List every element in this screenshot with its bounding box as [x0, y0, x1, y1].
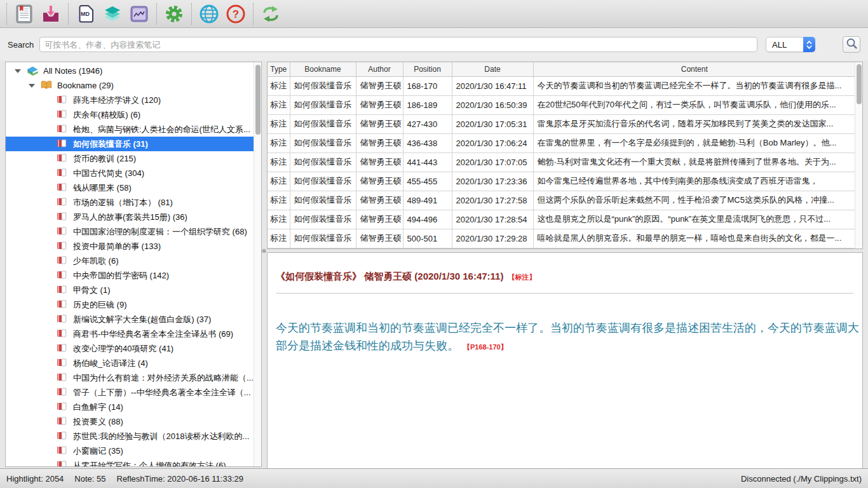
note-detail-pane: 《如何假装懂音乐》 储智勇王硕 (2020/1/30 16:47:11)【标注】…: [267, 252, 863, 488]
tree-item-label: 白鱼解字 (14): [73, 402, 123, 413]
detail-body-text: 今天的节奏蓝调和当初的节奏蓝调已经完全不一样了。当初的节奏蓝调有很多是描述困苦生…: [276, 322, 859, 352]
disclosure-triangle-icon[interactable]: [15, 69, 21, 73]
tree-item-book[interactable]: 管子（上下册）--中华经典名著全本全注全译（...: [6, 385, 261, 400]
tree-item-book[interactable]: 薛兆丰经济学讲义 (120): [6, 93, 261, 107]
sidebar-scrollbar-thumb[interactable]: [255, 65, 261, 135]
cell-date: 2020/1/30 17:05:31: [452, 114, 533, 133]
sidebar-scrollbar[interactable]: [254, 62, 261, 466]
settings-button[interactable]: [161, 2, 187, 26]
cell-position: 427-430: [403, 114, 452, 133]
tree-item-book[interactable]: 市场的逻辑（增订本） (81): [6, 195, 261, 210]
table-row[interactable]: 标注 如何假装懂音乐 储智勇王硕 186-189 2020/1/30 16:50…: [268, 95, 855, 114]
column-header-position[interactable]: Position: [403, 62, 452, 76]
search-button[interactable]: [843, 36, 860, 53]
column-header-type[interactable]: Type: [268, 62, 290, 76]
table-row[interactable]: 标注 如何假装懂音乐 储智勇王硕 494-496 2020/1/30 17:28…: [268, 210, 855, 229]
tree-item-label: 新编说文解字大全集(超值白金版) (37): [73, 314, 211, 325]
cell-bookname: 如何假装懂音乐: [290, 191, 356, 210]
book-icon: [57, 387, 69, 398]
tree-item-book[interactable]: 投资要义 (88): [6, 414, 261, 429]
book-icon: [57, 445, 69, 456]
book-icon: [57, 197, 69, 208]
chart-button[interactable]: [126, 2, 153, 26]
table-scrollbar-thumb[interactable]: [857, 64, 862, 104]
notes-table: Type Bookname Author Position Date Conte…: [268, 62, 855, 248]
book-icon: [57, 153, 69, 164]
notes-document-button[interactable]: [11, 2, 37, 26]
table-row[interactable]: 标注 如何假装懂音乐 储智勇王硕 436-438 2020/1/30 17:06…: [268, 133, 855, 152]
splitter-grip[interactable]: [262, 248, 266, 253]
tree-item-label: 苏世民:我的经验与教训（2018读桥水达利欧的...: [73, 431, 249, 442]
tree-item-book[interactable]: 货币的教训 (215): [6, 151, 261, 166]
tree-item-book[interactable]: 钱从哪里来 (58): [6, 180, 261, 195]
tree-item-book[interactable]: 如何假装懂音乐 (31): [6, 137, 261, 151]
tree-item-book[interactable]: 罗马人的故事(套装共15册) (36): [6, 210, 261, 224]
tree-item-book[interactable]: 改变心理学的40项研究 (41): [6, 341, 261, 356]
tree-item-book[interactable]: 投资中最简单的事 (133): [6, 239, 261, 254]
tree-item-book[interactable]: 杨伯峻_论语译注 (4): [6, 356, 261, 370]
column-header-author[interactable]: Author: [356, 62, 403, 76]
globe-icon: [199, 4, 219, 24]
tree-item-book[interactable]: 中国为什么有前途：对外经济关系的战略潜能（...: [6, 370, 261, 385]
column-header-content[interactable]: Content: [533, 62, 855, 76]
table-row[interactable]: 标注 如何假装懂音乐 储智勇王硕 441-443 2020/1/30 17:07…: [268, 152, 855, 172]
tree-item-book[interactable]: 甲骨文 (1): [6, 283, 261, 297]
website-button[interactable]: [196, 2, 222, 26]
tree-item-book[interactable]: 商君书-中华经典名著全本全注全译丛书 (69): [6, 327, 261, 341]
cell-type: 标注: [268, 114, 290, 133]
table-row[interactable]: 标注 如何假装懂音乐 储智勇王硕 455-455 2020/1/30 17:23…: [268, 172, 855, 191]
filter-dropdown[interactable]: ALL: [766, 37, 815, 52]
cell-position: 186-189: [403, 95, 452, 114]
tree-item-book[interactable]: 苏世民:我的经验与教训（2018读桥水达利欧的...: [6, 429, 261, 444]
tree-item-label: Bookname (29): [57, 81, 114, 90]
detail-divider: [276, 293, 853, 294]
toolbar-separator: [6, 3, 7, 25]
help-button[interactable]: ?: [222, 2, 249, 26]
refresh-button[interactable]: [257, 2, 284, 26]
cell-type: 标注: [268, 229, 290, 248]
tree-item-book[interactable]: 中央帝国的哲学密码 (142): [6, 268, 261, 283]
tree-item-book[interactable]: 小窗幽记 (35): [6, 444, 261, 458]
tree-item-label: 如何假装懂音乐 (31): [73, 139, 148, 150]
toolbar-separator: [156, 3, 157, 25]
markdown-export-button[interactable]: MD: [72, 2, 99, 26]
table-row[interactable]: 标注 如何假装懂音乐 储智勇王硕 500-501 2020/1/30 17:29…: [268, 229, 855, 248]
tree-item-book[interactable]: 枪炮、病菌与钢铁:人类社会的命运(世纪人文系...: [6, 122, 261, 137]
cell-position: 436-438: [403, 133, 452, 152]
tree-item-book[interactable]: 从零开始学写作：个人增值的有效方法 (6): [6, 458, 261, 467]
cell-bookname: 如何假装懂音乐: [290, 95, 356, 114]
tree-item-book[interactable]: 中国古代简史 (304): [6, 166, 261, 180]
layers-button[interactable]: [99, 2, 126, 26]
tree-item-book[interactable]: 新编说文解字大全集(超值白金版) (37): [6, 312, 261, 327]
tree-item-book[interactable]: 少年凯歌 (6): [6, 254, 261, 268]
tree-item-label: 甲骨文 (1): [73, 285, 111, 296]
detail-title: 《如何假装懂音乐》 储智勇王硕 (2020/1/30 16:47:11): [276, 271, 503, 281]
book-icon: [57, 372, 69, 383]
tree-item-all-notes[interactable]: All Notes (1946): [6, 64, 261, 78]
cell-content: 在20世纪50年代到70年代之间，有过一类乐队，叫节奏蓝调乐队，他们使用的乐..…: [533, 95, 855, 114]
table-row[interactable]: 标注 如何假装懂音乐 储智勇王硕 168-170 2020/1/30 16:47…: [268, 76, 855, 95]
column-header-bookname[interactable]: Bookname: [290, 62, 356, 76]
tree-item-book[interactable]: 历史的巨镜 (9): [6, 297, 261, 312]
tree-item-book[interactable]: 庆余年(精校版) (6): [6, 107, 261, 122]
table-scrollbar[interactable]: [855, 62, 862, 248]
cell-author: 储智勇王硕: [356, 133, 403, 152]
column-header-date[interactable]: Date: [452, 62, 533, 76]
tree-item-label: 少年凯歌 (6): [73, 255, 119, 267]
table-row[interactable]: 标注 如何假装懂音乐 储智勇王硕 427-430 2020/1/30 17:05…: [268, 114, 855, 133]
table-row[interactable]: 标注 如何假装懂音乐 储智勇王硕 489-491 2020/1/30 17:27…: [268, 191, 855, 210]
tree-item-label: 货币的教训 (215): [73, 153, 136, 165]
svg-text:?: ?: [233, 8, 239, 20]
disclosure-triangle-icon[interactable]: [29, 84, 35, 88]
book-icon: [57, 431, 69, 442]
tree-item-bookname[interactable]: Bookname (29): [6, 78, 261, 93]
filter-dropdown-value: ALL: [766, 40, 803, 50]
tree-item-book[interactable]: 中国国家治理的制度逻辑：一个组织学研究 (68): [6, 224, 261, 239]
layers-icon: [103, 4, 122, 24]
search-bar: Search ALL: [0, 29, 868, 60]
import-clippings-button[interactable]: [37, 2, 64, 26]
cell-bookname: 如何假装懂音乐: [290, 114, 356, 133]
tree-item-book[interactable]: 白鱼解字 (14): [6, 400, 261, 414]
book-icon: [57, 270, 69, 281]
search-input[interactable]: [39, 37, 757, 52]
